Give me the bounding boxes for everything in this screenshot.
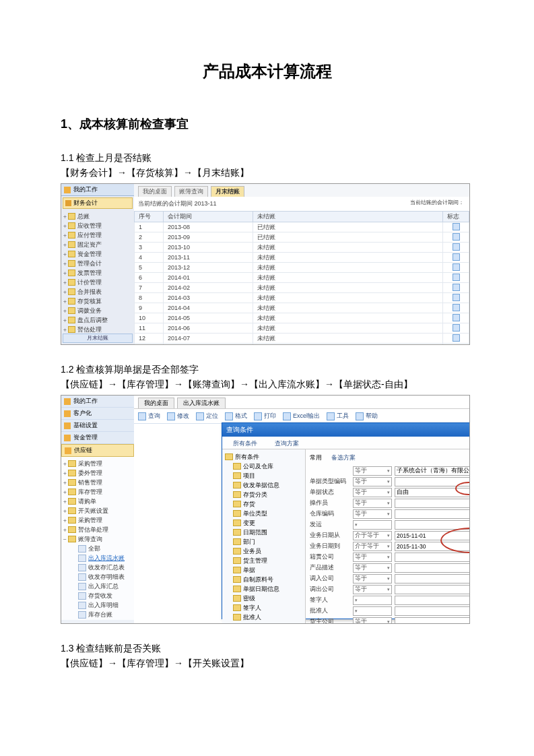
value-input[interactable] xyxy=(395,509,470,519)
table-row[interactable]: 72014-02未结账 xyxy=(135,283,469,293)
operator-select[interactable]: 等于 xyxy=(353,509,392,519)
tree-node[interactable]: +月末结账 xyxy=(63,344,132,345)
tree-node[interactable]: 销售发货 xyxy=(63,619,132,620)
operator-select[interactable]: 介于等于 xyxy=(353,531,392,540)
table-row[interactable]: 52013-12未结账 xyxy=(135,263,469,273)
tree-node[interactable]: +管理会计 xyxy=(63,259,132,268)
tree-node[interactable]: +采购管理 xyxy=(63,515,132,525)
value-input[interactable] xyxy=(395,574,470,584)
table-row[interactable]: 12013-08已结账 xyxy=(135,222,469,232)
tree-node[interactable]: 货主管理 xyxy=(225,556,302,565)
tree-node[interactable]: +盘点后调整 xyxy=(63,315,132,325)
modal-subtab-2[interactable]: 查询方案 xyxy=(268,439,306,449)
value-input[interactable] xyxy=(395,596,470,605)
tree-node[interactable]: +发票管理 xyxy=(63,268,132,278)
ss2-tab-flow[interactable]: 出入库流水账 xyxy=(177,398,226,408)
operator-select[interactable]: 等于 xyxy=(353,617,392,624)
tree-node[interactable]: +固定资产 xyxy=(63,240,132,249)
table-row[interactable]: 62014-01未结账 xyxy=(135,273,469,283)
value-input[interactable] xyxy=(395,499,470,508)
table-row[interactable]: 112014-06未结账 xyxy=(135,323,469,334)
tree-node[interactable]: 公司及仓库 xyxy=(225,462,302,471)
tree-node[interactable]: +委外管理 xyxy=(63,468,132,478)
modal-rtab-2[interactable]: 备选方案 xyxy=(331,453,356,462)
tree-node[interactable]: −账簿查询 xyxy=(63,534,132,544)
value-input[interactable] xyxy=(395,606,470,616)
tree-node[interactable]: 密级 xyxy=(225,594,302,603)
ss2-mod-2[interactable]: 客户化 xyxy=(61,408,134,420)
table-row[interactable]: 42013-11未结账 xyxy=(135,253,469,263)
tree-node[interactable]: 出入库汇总 xyxy=(63,581,132,591)
tree-node[interactable]: 变更 xyxy=(225,518,302,528)
tree-node[interactable]: 批准人 xyxy=(225,612,302,622)
tree-node[interactable]: 部门 xyxy=(225,537,302,546)
ss2-mod-3[interactable]: 基础设置 xyxy=(61,420,134,432)
tree-node[interactable]: 所有条件 xyxy=(225,452,302,462)
tree-node[interactable]: 出入库明细 xyxy=(63,600,132,610)
table-row[interactable]: 102014-05未结账 xyxy=(135,313,469,323)
value-input[interactable] xyxy=(395,563,470,573)
tree-node[interactable]: 项目 xyxy=(225,471,302,480)
operator-select[interactable] xyxy=(353,596,392,605)
tree-node[interactable]: +存货核算 xyxy=(63,296,132,306)
value-input[interactable] xyxy=(395,553,470,562)
operator-select[interactable]: 等于 xyxy=(353,574,392,584)
tree-node[interactable]: 自制原料号 xyxy=(225,575,302,584)
tree-node[interactable]: +计价管理 xyxy=(63,278,132,287)
operator-select[interactable]: 等于 xyxy=(353,466,392,476)
toolbar-item[interactable]: 帮助 xyxy=(356,412,378,420)
operator-select[interactable]: 等于 xyxy=(353,553,392,562)
tree-node[interactable]: +暂估处理 xyxy=(63,325,132,334)
operator-select[interactable]: 等于 xyxy=(353,563,392,573)
operator-select[interactable]: 等于 xyxy=(353,585,392,594)
tree-node[interactable]: +开关账设置 xyxy=(63,506,132,515)
tree-node[interactable]: +合并报表 xyxy=(63,287,132,296)
ss1-bottom-button[interactable]: 月末结账 xyxy=(63,334,133,343)
ss1-tab-home[interactable]: 我的桌面 xyxy=(138,186,172,197)
ss1-tab-active[interactable]: 月末结账 xyxy=(211,186,244,197)
tree-node[interactable]: 收发存明细表 xyxy=(63,572,132,581)
ss2-mod-4[interactable]: 资金管理 xyxy=(61,432,134,444)
tree-node[interactable]: 签字人 xyxy=(225,603,302,612)
tree-node[interactable]: +采购管理 xyxy=(63,459,132,468)
operator-select[interactable]: 介于等于 xyxy=(353,542,392,551)
toolbar-item[interactable]: 打印 xyxy=(254,412,276,420)
tree-node[interactable]: +销售管理 xyxy=(63,478,132,487)
tree-node[interactable]: 单据日期信息 xyxy=(225,584,302,594)
tree-node[interactable]: 批次号 xyxy=(225,622,302,624)
toolbar-item[interactable]: 格式 xyxy=(225,412,247,420)
toolbar-item[interactable]: Excel输出 xyxy=(283,412,320,420)
operator-select[interactable]: 等于 xyxy=(353,488,392,497)
table-row[interactable]: 132014-08未结账 xyxy=(135,344,469,346)
tree-node[interactable]: 单据 xyxy=(225,565,302,575)
tree-node[interactable]: 单位类型 xyxy=(225,509,302,518)
tree-node[interactable]: 出入库流水账 xyxy=(63,553,132,563)
tree-node[interactable]: +请购单 xyxy=(63,497,132,506)
table-row[interactable]: 92014-04未结账 xyxy=(135,303,469,313)
operator-select[interactable]: 等于 xyxy=(353,477,392,486)
tree-node[interactable]: +资金管理 xyxy=(63,249,132,259)
value-input[interactable] xyxy=(395,585,470,594)
tree-node[interactable]: +库存管理 xyxy=(63,487,132,497)
toolbar-item[interactable]: 工具 xyxy=(327,412,349,420)
tree-node[interactable]: 存货收发 xyxy=(63,591,132,600)
value-input[interactable]: 子系统会计（青海）有限公司 等 xyxy=(395,466,470,476)
table-row[interactable]: 32013-10未结账 xyxy=(135,243,469,253)
tree-node[interactable]: +总账 xyxy=(63,212,132,221)
modal-subtab-1[interactable]: 所有条件 xyxy=(226,439,264,449)
tree-node[interactable]: +应收管理 xyxy=(63,221,132,230)
ss1-tab-2[interactable]: 账簿查询 xyxy=(174,186,208,197)
toolbar-item[interactable]: 查询 xyxy=(138,412,160,420)
ss1-side-acct[interactable]: 财务会计 xyxy=(63,197,133,209)
table-row[interactable]: 122014-07未结账 xyxy=(135,334,469,344)
operator-select[interactable] xyxy=(353,520,392,530)
tree-node[interactable]: 日期范围 xyxy=(225,528,302,537)
tree-node[interactable]: 库存台账 xyxy=(63,610,132,619)
value-input[interactable] xyxy=(395,617,470,624)
tree-node[interactable]: +暂估单处理 xyxy=(63,525,132,534)
tree-node[interactable]: +调拨业务 xyxy=(63,306,132,315)
table-row[interactable]: 82014-03未结账 xyxy=(135,293,469,303)
tree-node[interactable]: 收发单据信息 xyxy=(225,480,302,490)
tree-node[interactable]: 存货 xyxy=(225,499,302,509)
table-row[interactable]: 22013-09已结账 xyxy=(135,232,469,243)
